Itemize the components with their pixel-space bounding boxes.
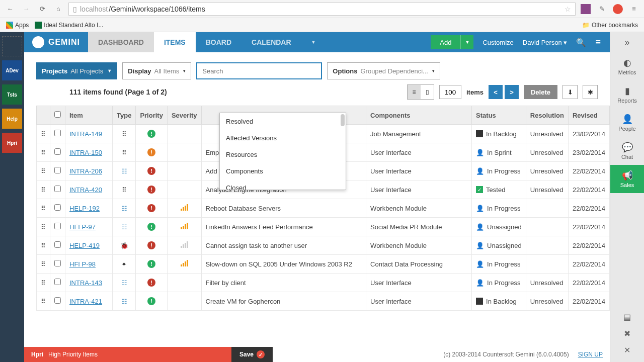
delete-button[interactable]: Delete bbox=[524, 85, 557, 99]
drag-handle[interactable]: ⠿ bbox=[37, 143, 50, 162]
url-bar[interactable]: ▯ localhost/Gemini/workspace/1066/items … bbox=[68, 3, 576, 16]
nav-more-dropdown[interactable] bbox=[301, 32, 322, 52]
column-header[interactable]: Components bbox=[366, 106, 472, 125]
workspace-box[interactable] bbox=[2, 36, 22, 56]
drag-handle[interactable]: ⠿ bbox=[37, 218, 50, 236]
table-row[interactable]: ⠿ HELP-419 🐞 ! Cannot assign task to ano… bbox=[37, 236, 610, 255]
menu-icon[interactable]: ≡ bbox=[595, 37, 601, 48]
extension-icon[interactable] bbox=[581, 4, 591, 14]
row-checkbox[interactable] bbox=[54, 167, 61, 173]
options-filter[interactable]: OptionsGrouped Dependenci...▾ bbox=[327, 62, 440, 79]
signup-link[interactable]: SIGN UP bbox=[578, 351, 603, 358]
table-row[interactable]: ⠿ INTRA-421 ☷ ! Create VM for Gophercon … bbox=[37, 292, 610, 311]
drag-handle[interactable]: ⠿ bbox=[37, 274, 50, 292]
workspace-box[interactable]: ADev bbox=[2, 60, 22, 80]
column-header[interactable]: Type bbox=[113, 106, 136, 125]
table-row[interactable]: ⠿ HFI P-98 ✦ ! Slow-down on SQL 2005 Und… bbox=[37, 255, 610, 274]
projects-filter[interactable]: ProjectsAll Projects▼ bbox=[36, 62, 117, 79]
column-header[interactable]: Severity bbox=[167, 106, 201, 125]
rail-item-sales[interactable]: 📢Sales bbox=[610, 165, 644, 193]
rail-item-metrics[interactable]: ◐Metrics bbox=[610, 52, 644, 80]
add-button[interactable]: Add bbox=[431, 35, 460, 49]
back-icon[interactable]: ← bbox=[4, 3, 16, 15]
item-link[interactable]: INTRA-206 bbox=[69, 167, 102, 175]
workspace-box[interactable]: Help bbox=[2, 109, 22, 129]
item-link[interactable]: INTRA-143 bbox=[69, 279, 102, 287]
extension-icon[interactable] bbox=[613, 4, 623, 14]
item-link[interactable]: HFI P-98 bbox=[69, 260, 96, 268]
reload-icon[interactable]: ⟳ bbox=[36, 3, 48, 15]
settings-icon[interactable]: ✱ bbox=[583, 85, 598, 99]
rail-item-reports[interactable]: ▮Reports bbox=[610, 80, 644, 109]
drag-handle[interactable]: ⠿ bbox=[37, 236, 50, 255]
row-checkbox[interactable] bbox=[54, 186, 61, 192]
item-link[interactable]: INTRA-420 bbox=[69, 186, 102, 194]
column-header[interactable]: Priority bbox=[136, 106, 168, 125]
column-header[interactable]: Resolution bbox=[526, 106, 568, 125]
workspace-box[interactable]: Hpri bbox=[2, 133, 22, 153]
user-menu[interactable]: David Person ▾ bbox=[523, 39, 568, 46]
item-link[interactable]: INTRA-421 bbox=[69, 298, 102, 305]
row-checkbox[interactable] bbox=[54, 130, 61, 136]
drag-handle[interactable]: ⠿ bbox=[37, 255, 50, 274]
other-bookmarks[interactable]: 📁Other bookmarks bbox=[582, 22, 638, 29]
apps-button[interactable]: Apps bbox=[6, 22, 29, 29]
search-input[interactable] bbox=[196, 62, 322, 79]
star-icon[interactable]: ☆ bbox=[565, 5, 571, 13]
workspace-box[interactable]: Tsts bbox=[2, 84, 22, 105]
next-page-button[interactable]: > bbox=[505, 85, 519, 99]
dropdown-item[interactable]: Resolved bbox=[220, 113, 346, 130]
rail-item-chat[interactable]: 💬Chat bbox=[610, 137, 644, 165]
row-checkbox[interactable] bbox=[54, 148, 61, 155]
nav-tab-items[interactable]: ITEMS bbox=[154, 32, 196, 52]
nav-tab-dashboard[interactable]: DASHBOARD bbox=[88, 32, 154, 52]
pen-icon[interactable]: ✎ bbox=[596, 3, 608, 15]
forward-icon[interactable]: → bbox=[20, 3, 32, 15]
dropdown-item[interactable]: Resources bbox=[220, 146, 346, 163]
list-view-button[interactable]: ≡ bbox=[408, 85, 421, 99]
page-size-input[interactable] bbox=[439, 85, 461, 99]
drag-handle[interactable]: ⠿ bbox=[37, 199, 50, 218]
doc-icon[interactable]: ▤ bbox=[623, 312, 631, 322]
select-all-checkbox[interactable] bbox=[54, 111, 61, 118]
column-header[interactable]: Item bbox=[65, 106, 113, 125]
item-link[interactable]: INTRA-150 bbox=[69, 149, 102, 156]
table-row[interactable]: ⠿ INTRA-143 ☷ ! Filter by client User In… bbox=[37, 274, 610, 292]
item-link[interactable]: INTRA-149 bbox=[69, 130, 102, 138]
row-checkbox[interactable] bbox=[54, 204, 61, 211]
row-checkbox[interactable] bbox=[54, 260, 61, 266]
drag-handle[interactable]: ⠿ bbox=[37, 292, 50, 311]
row-checkbox[interactable] bbox=[54, 279, 61, 285]
row-checkbox[interactable] bbox=[54, 241, 61, 248]
drag-handle[interactable]: ⠿ bbox=[37, 125, 50, 143]
drag-handle[interactable]: ⠿ bbox=[37, 162, 50, 180]
column-header[interactable]: Revised bbox=[568, 106, 609, 125]
column-header[interactable]: Status bbox=[472, 106, 526, 125]
customize-link[interactable]: Customize bbox=[482, 39, 513, 46]
dropdown-item[interactable]: Affected Versions bbox=[220, 130, 346, 146]
detail-view-button[interactable]: ▯ bbox=[421, 85, 434, 99]
search-icon[interactable]: 🔍 bbox=[576, 38, 586, 47]
drag-handle[interactable]: ⠿ bbox=[37, 180, 50, 199]
home-icon[interactable]: ⌂ bbox=[52, 3, 64, 15]
brand-logo[interactable]: GEMINI bbox=[24, 36, 88, 48]
nav-tab-board[interactable]: BOARD bbox=[196, 32, 242, 52]
table-row[interactable]: ⠿ HFI P-97 ☷ ! LinkedIn Answers Feed Per… bbox=[37, 218, 610, 236]
dropdown-item[interactable]: Closed bbox=[220, 179, 346, 190]
close-icon[interactable]: ✖ bbox=[624, 329, 630, 338]
item-link[interactable]: HELP-192 bbox=[69, 205, 100, 212]
row-checkbox[interactable] bbox=[54, 297, 61, 304]
add-dropdown[interactable]: ▼ bbox=[460, 35, 473, 49]
save-button[interactable]: Save✓ bbox=[231, 347, 273, 362]
table-row[interactable]: ⠿ HELP-192 ☷ ! Reboot Database Servers W… bbox=[37, 199, 610, 218]
tools-icon[interactable]: ✕ bbox=[624, 345, 630, 355]
row-checkbox[interactable] bbox=[54, 223, 61, 229]
display-filter[interactable]: DisplayAll Items▾ bbox=[122, 62, 191, 79]
export-icon[interactable]: ⬇ bbox=[562, 85, 578, 99]
item-link[interactable]: HELP-419 bbox=[69, 242, 100, 249]
nav-tab-calendar[interactable]: CALENDAR bbox=[242, 32, 301, 52]
collapse-icon[interactable]: » bbox=[610, 32, 644, 52]
scrollbar-thumb[interactable] bbox=[341, 114, 345, 126]
prev-page-button[interactable]: < bbox=[489, 85, 503, 99]
item-link[interactable]: HFI P-97 bbox=[69, 223, 96, 231]
